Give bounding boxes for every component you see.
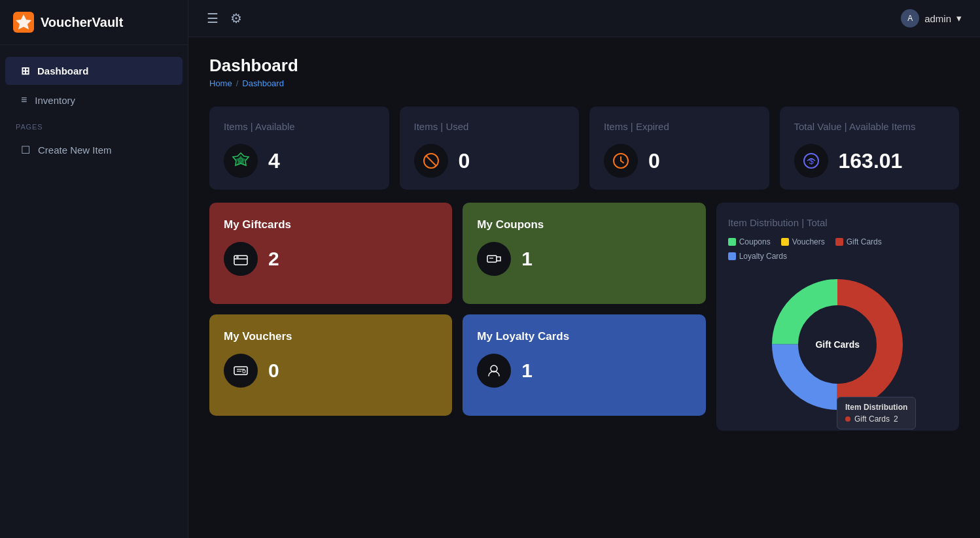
category-chart-grid: My Giftcards 2 My Vouchers [209,203,959,431]
voucher-icon [224,354,258,388]
legend-coupons: Coupons [728,237,771,246]
tooltip-row: Gift Cards 2 [845,414,907,424]
donut-chart: Gift Cards Item Distribution Gift Cards … [765,273,909,416]
stat-header-used: Items | Used [414,121,565,132]
stat-icon-available: ⬡ [224,144,258,178]
tooltip-value: 2 [894,414,898,424]
legend-dot-loyalty [728,252,736,260]
legend-label-loyalty: Loyalty Cards [739,252,787,261]
stat-card-total-value: Total Value | Available Items $ 163.01 [780,107,960,190]
breadcrumb-home[interactable]: Home [209,78,232,88]
username: admin [924,13,951,24]
legend-vouchers: Vouchers [781,237,825,246]
legend-dot-coupons [728,238,736,246]
voucher-title: My Vouchers [224,330,438,343]
chart-title: Item Distribution | Total [728,217,947,228]
svg-line-9 [621,161,623,163]
legend-loyalty: Loyalty Cards [728,252,787,261]
svg-point-14 [236,256,239,259]
giftcard-card[interactable]: My Giftcards 2 [209,203,452,304]
tooltip-dot [845,416,850,422]
svg-text:$: $ [809,156,814,166]
pages-section-label: PAGES [0,115,188,135]
coupon-value: 1 [521,248,533,270]
giftcard-value: 2 [268,248,279,270]
breadcrumb-current: Dashboard [242,78,284,88]
user-menu[interactable]: A admin ▾ [901,9,962,27]
loyalty-body: 1 [477,354,691,388]
logo-icon [13,12,34,33]
page-title: Dashboard [209,56,959,76]
voucher-body: 0 [224,354,438,388]
svg-rect-18 [243,370,245,373]
topbar: ☰ ⚙ A admin ▾ [188,0,980,37]
stat-value-used: 0 [459,149,470,173]
stat-body-expired: 0 [604,144,755,178]
stat-card-expired: Items | Expired 0 [589,107,769,190]
loyalty-value: 1 [521,360,533,382]
item-distribution-chart: Item Distribution | Total Coupons Vouche… [716,203,959,431]
app-name: VoucherVault [41,15,123,30]
dashboard-icon: ⊞ [21,65,29,77]
legend-dot-vouchers [781,238,789,246]
svg-text:⬡: ⬡ [238,157,243,163]
coupon-body: 1 [477,242,691,276]
legend-label-vouchers: Vouchers [792,237,825,246]
content-area: Dashboard Home / Dashboard Items | Avail… [188,37,980,538]
menu-icon[interactable]: ☰ [207,10,219,26]
sidebar: VoucherVault ⊞ Dashboard ≡ Inventory PAG… [0,0,188,538]
logo: VoucherVault [0,0,188,45]
sidebar-item-dashboard-label: Dashboard [37,65,88,76]
voucher-card[interactable]: My Vouchers 0 [209,314,452,416]
svg-point-25 [799,307,875,382]
donut-chart-wrapper: Gift Cards Item Distribution Gift Cards … [728,273,947,416]
avatar: A [901,9,919,27]
tooltip-label: Gift Cards [854,414,890,424]
legend-label-coupons: Coupons [739,237,771,246]
sidebar-item-inventory[interactable]: ≡ Inventory [5,86,183,114]
donut-svg [765,273,909,416]
chart-legend: Coupons Vouchers Gift Cards Loyalty Card… [728,237,947,261]
stats-grid: Items | Available ⬡ 4 Items | [209,107,959,190]
stat-body-used: 0 [414,144,565,178]
loyalty-title: My Loyalty Cards [477,330,691,343]
coupon-icon [477,242,511,276]
left-category-cards: My Giftcards 2 My Vouchers [209,203,452,416]
stat-body-available: ⬡ 4 [224,144,375,178]
stat-card-used: Items | Used 0 [400,107,580,190]
sidebar-item-dashboard[interactable]: ⊞ Dashboard [5,57,183,85]
coupon-card[interactable]: My Coupons 1 [463,203,705,304]
stat-icon-used [414,144,448,178]
loyalty-icon [477,354,511,388]
stat-value-total-value: 163.01 [839,149,903,173]
voucher-value: 0 [268,360,279,382]
legend-label-giftcards: Gift Cards [847,237,882,246]
breadcrumb-separator: / [236,78,239,88]
legend-dot-giftcards [835,238,843,246]
create-item-icon: ☐ [21,144,30,156]
legend-giftcards: Gift Cards [835,237,882,246]
stat-header-expired: Items | Expired [604,121,755,132]
stat-icon-total-value: $ [794,144,828,178]
giftcard-icon [224,242,258,276]
svg-rect-19 [487,256,497,262]
stat-card-available: Items | Available ⬡ 4 [209,107,389,190]
topbar-left: ☰ ⚙ [207,10,242,26]
inventory-icon: ≡ [21,94,27,106]
giftcard-title: My Giftcards [224,218,438,231]
sidebar-item-create-label: Create New Item [38,144,112,156]
stat-value-expired: 0 [648,149,660,173]
giftcard-body: 2 [224,242,438,276]
sidebar-item-inventory-label: Inventory [35,95,75,106]
settings-icon[interactable]: ⚙ [230,10,242,26]
tooltip-title: Item Distribution [845,403,907,412]
stat-value-available: 4 [268,149,280,173]
stat-header-total-value: Total Value | Available Items [794,121,945,132]
loyalty-card[interactable]: My Loyalty Cards 1 [463,314,705,416]
user-chevron: ▾ [956,12,962,24]
sidebar-navigation: ⊞ Dashboard ≡ Inventory PAGES ☐ Create N… [0,45,188,176]
stat-header-available: Items | Available [224,121,375,132]
svg-line-6 [426,156,436,166]
sidebar-item-create-new-item[interactable]: ☐ Create New Item [5,136,183,164]
svg-rect-12 [234,256,247,265]
